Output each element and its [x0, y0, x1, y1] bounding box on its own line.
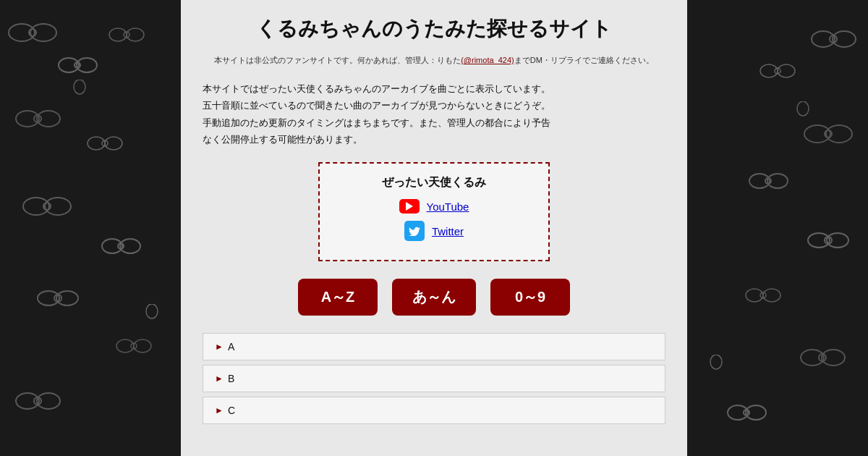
bow-decoration — [116, 333, 152, 359]
accordion-label-b: B — [228, 373, 234, 384]
info-box-title: ぜったい天使くるみ — [334, 175, 534, 190]
desc-line4: なく公開停止する可能性があります。 — [203, 134, 362, 145]
svg-point-55 — [797, 101, 809, 116]
bow-decoration — [14, 101, 61, 136]
svg-point-3 — [59, 58, 79, 72]
twitter-row: Twitter — [334, 221, 534, 241]
subtitle-prefix: 本サイトは非公式のファンサイトです。何かあれば、管理人：りもた — [214, 56, 461, 64]
desc-line1: 本サイトではぜったい天使くるみちゃんのアーカイブを曲ごとに表示しています。 — [203, 83, 550, 94]
description-block: 本サイトではぜったい天使くるみちゃんのアーカイブを曲ごとに表示しています。 五十… — [203, 80, 665, 148]
accordion-arrow-c: ► — [215, 405, 224, 415]
nav-numeric-button[interactable]: 0～9 — [490, 279, 570, 316]
nav-az-button[interactable]: A～Z — [298, 279, 378, 316]
accordion-label-c: C — [228, 405, 235, 416]
accordion-item-c[interactable]: ► C — [203, 397, 665, 424]
bow-decoration — [109, 22, 145, 48]
desc-line2: 五十音順に並べているので聞きたい曲のアーカイブが見つからないときにどうぞ。 — [203, 100, 550, 111]
svg-point-31 — [833, 31, 856, 47]
svg-point-10 — [37, 111, 60, 127]
desc-line3: 手動追加のため更新のタイミングはまちまちです。また、管理人の都合により予告 — [203, 117, 550, 128]
accordion-arrow-b: ► — [215, 373, 224, 384]
svg-point-54 — [74, 80, 85, 94]
svg-point-57 — [710, 355, 722, 369]
svg-point-51 — [728, 405, 748, 420]
bow-decoration — [87, 130, 123, 156]
twitter-link[interactable]: Twitter — [432, 225, 464, 237]
svg-point-28 — [37, 393, 60, 409]
bow-decoration — [760, 58, 796, 84]
bow-decoration — [36, 282, 80, 314]
svg-point-39 — [749, 174, 770, 188]
accordion-label-a: A — [228, 341, 234, 352]
twitter-icon — [404, 221, 425, 241]
accordion-item-b[interactable]: ► B — [203, 365, 665, 392]
bow-decoration — [7, 14, 58, 51]
svg-point-30 — [812, 31, 835, 47]
subtitle-line: 本サイトは非公式のファンサイトです。何かあれば、管理人：りもた(@rimota_… — [203, 54, 665, 67]
bow-decoration — [807, 224, 850, 256]
bow-decoration — [745, 282, 781, 308]
svg-point-48 — [801, 350, 824, 366]
bow-decoration — [749, 166, 788, 195]
nav-buttons-group: A～Z あ～ん 0～9 — [203, 279, 665, 316]
bow-decoration — [727, 398, 767, 427]
svg-point-27 — [16, 393, 39, 409]
youtube-icon — [399, 199, 420, 214]
bow-decoration — [58, 51, 98, 80]
accordion-arrow-a: ► — [215, 342, 224, 352]
teardrop-decoration — [709, 355, 723, 372]
page-title: くるみちゃんのうたみた探せるサイト — [203, 14, 665, 43]
teardrop-decoration — [72, 80, 87, 97]
bow-decoration — [101, 232, 141, 261]
teardrop-decoration — [145, 304, 159, 321]
youtube-link[interactable]: YouTube — [427, 200, 469, 213]
teardrop-decoration — [796, 101, 810, 119]
subtitle-suffix: までDM・リプライでご連絡ください。 — [514, 56, 654, 64]
bow-decoration — [803, 116, 854, 152]
accordion-item-a[interactable]: ► A — [203, 333, 665, 360]
info-box: ぜったい天使くるみ YouTube Twitter — [318, 162, 550, 261]
svg-point-9 — [16, 111, 39, 127]
bow-decoration — [799, 340, 846, 375]
twitter-bird-icon — [409, 226, 420, 236]
nav-hiragana-button[interactable]: あ～ん — [392, 279, 476, 316]
svg-point-56 — [146, 304, 158, 318]
youtube-row: YouTube — [334, 199, 534, 214]
bow-decoration — [810, 22, 857, 56]
svg-point-18 — [102, 239, 122, 253]
admin-link[interactable]: (@rimota_424) — [461, 56, 514, 64]
svg-point-49 — [822, 350, 845, 366]
bow-decoration — [22, 188, 72, 224]
main-panel: くるみちゃんのうたみた探せるサイト 本サイトは非公式のファンサイトです。何かあれ… — [181, 0, 687, 456]
bow-decoration — [14, 384, 61, 418]
